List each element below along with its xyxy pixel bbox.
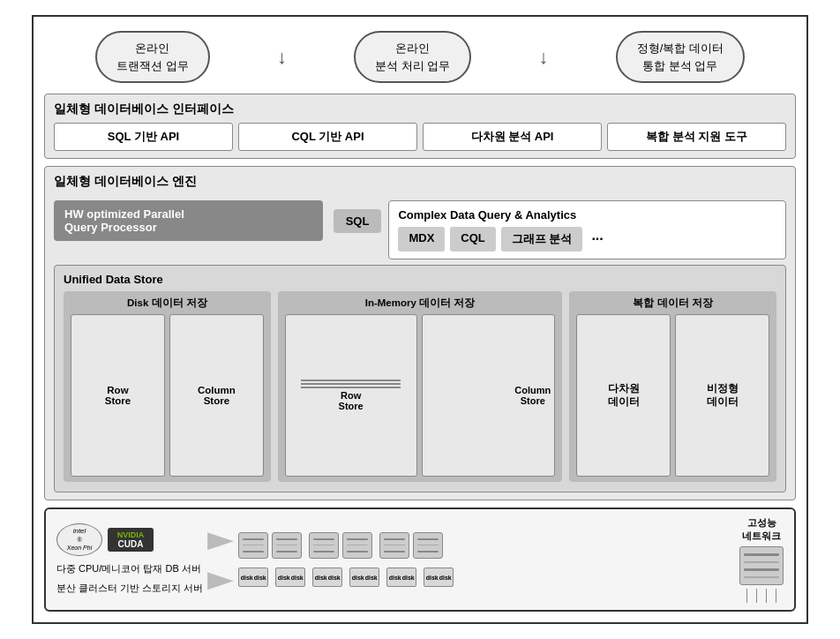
disk-unit-3: diskdisk bbox=[312, 568, 342, 587]
server-unit-2 bbox=[272, 532, 302, 559]
disk-label-1: disk bbox=[241, 575, 253, 581]
engine-top-row: HW optimized Parallel Query Processor SQ… bbox=[54, 200, 786, 259]
disk-label-12: disk bbox=[439, 575, 452, 581]
server-unit-1 bbox=[238, 532, 268, 559]
cql-item: CQL bbox=[450, 227, 495, 252]
inmemory-store-title: In-Memory 데이터 저장 bbox=[285, 297, 555, 310]
s-line bbox=[243, 538, 264, 540]
intel-text: intel®Xeon Phi bbox=[62, 527, 97, 553]
s-line2 bbox=[243, 551, 264, 553]
hardware-section: intel®Xeon Phi NVIDIA CUDA 다중 CPU/메니코어 탑… bbox=[44, 507, 796, 612]
s-line-thin bbox=[347, 545, 368, 545]
disk-label-2: disk bbox=[254, 575, 266, 581]
arrow-down-1: ↓ bbox=[277, 46, 287, 69]
engine-section: 일체형 데이터베이스 엔진 HW optimized Parallel Quer… bbox=[44, 166, 796, 500]
inmemory-store-section: In-Memory 데이터 저장 Row Store bbox=[278, 291, 562, 482]
s-line2 bbox=[347, 551, 368, 553]
disk-unit-1: diskdisk bbox=[238, 568, 268, 587]
api-cql: CQL 기반 API bbox=[238, 123, 417, 151]
bubble-complex: 정형/복합 데이터 통합 분석 업무 bbox=[616, 31, 745, 83]
network-server-icon bbox=[739, 546, 784, 585]
api-multidim: 다차원 분석 API bbox=[423, 123, 602, 151]
s-line-thin bbox=[243, 545, 264, 545]
s-line2 bbox=[313, 551, 334, 553]
complex-store-section: 복합 데이터 저장 다차원 데이터 비정형 데이터 bbox=[569, 291, 776, 482]
server-row-1 bbox=[238, 532, 727, 559]
api-row: SQL 기반 API CQL 기반 API 다차원 분석 API 복합 분석 지… bbox=[54, 123, 786, 151]
net-server-line-2 bbox=[744, 561, 779, 563]
disk-label-5: disk bbox=[315, 575, 327, 581]
s-line bbox=[347, 538, 368, 540]
bubble-olap: 온라인 분석 처리 업무 bbox=[354, 31, 471, 83]
s-line2 bbox=[384, 551, 405, 553]
main-diagram: 온라인 트랜잭션 업무 ↓ 온라인 분석 처리 업무 ↓ 정형/복합 데이터 통… bbox=[32, 15, 808, 624]
disk-store-title: Disk 데이터 저장 bbox=[71, 297, 264, 310]
net-server-line-1 bbox=[744, 553, 779, 556]
complex-query-box: Complex Data Query & Analytics MDX CQL 그… bbox=[388, 200, 786, 259]
storage-text: 분산 클러스터 기반 스토리지 서버 bbox=[56, 581, 203, 596]
arrow-right-1: ▶ bbox=[207, 526, 234, 553]
xeon-text: Xeon Phi bbox=[67, 545, 92, 551]
server-unit-5 bbox=[379, 532, 409, 559]
disk-store-items: Row Store Column Store bbox=[71, 314, 264, 477]
mem-line-2 bbox=[301, 383, 401, 385]
arrow-down-2: ↓ bbox=[538, 46, 548, 69]
cpu-server-text: 다중 CPU/메니코어 탑재 DB 서버 bbox=[56, 561, 203, 576]
net-server-line-4 bbox=[744, 576, 779, 578]
disk-unit-2: diskdisk bbox=[275, 568, 305, 587]
net-server-line-3 bbox=[744, 568, 779, 571]
interface-section: 일체형 데이터베이스 인터페이스 SQL 기반 API CQL 기반 API 다… bbox=[44, 94, 796, 159]
s-line2 bbox=[276, 551, 297, 553]
interface-title: 일체형 데이터베이스 인터페이스 bbox=[54, 101, 786, 117]
server-unit-3 bbox=[309, 532, 339, 559]
s-line-thin bbox=[384, 545, 405, 545]
server-group-3 bbox=[379, 532, 443, 559]
s-line bbox=[417, 538, 439, 540]
network-label: 고성능 네트워크 bbox=[742, 516, 781, 543]
complex-store-items: 다차원 데이터 비정형 데이터 bbox=[576, 314, 769, 477]
disk-store-section: Disk 데이터 저장 Row Store Column Store bbox=[64, 291, 271, 482]
complex-items: MDX CQL 그래프 분석 ··· bbox=[398, 227, 776, 252]
disk-label-7: disk bbox=[352, 575, 364, 581]
s-line bbox=[384, 538, 405, 540]
hw-servers: diskdisk diskdisk diskdisk diskdisk disk… bbox=[238, 532, 727, 587]
sql-box: SQL bbox=[334, 209, 382, 233]
network-lines-container bbox=[746, 589, 776, 603]
disk-unit-5: diskdisk bbox=[386, 568, 416, 587]
intel-logo: intel®Xeon Phi bbox=[56, 523, 102, 556]
row-store-mem: Row Store bbox=[285, 314, 417, 477]
col-store-mem-label: Column Store bbox=[514, 385, 551, 406]
row-store-mem-label: Row Store bbox=[339, 390, 364, 411]
hw-left: intel®Xeon Phi NVIDIA CUDA 다중 CPU/메니코어 탑… bbox=[56, 523, 203, 596]
disk-unit-6: diskdisk bbox=[424, 568, 454, 587]
server-row-2: diskdisk diskdisk diskdisk diskdisk disk… bbox=[238, 568, 727, 587]
s-line bbox=[313, 538, 334, 540]
ellipsis-item: ··· bbox=[588, 227, 606, 252]
column-store-disk: Column Store bbox=[169, 314, 264, 477]
network-section: 고성능 네트워크 bbox=[739, 516, 784, 603]
s-line-thin bbox=[276, 545, 297, 545]
disk-group-5: diskdisk bbox=[386, 568, 416, 587]
col-store-mem: Column Store bbox=[422, 314, 556, 477]
api-complex: 복합 분석 지원 도구 bbox=[607, 123, 786, 151]
engine-title: 일체형 데이터베이스 엔진 bbox=[54, 174, 786, 190]
server-group-1 bbox=[238, 532, 302, 559]
net-line-1 bbox=[746, 589, 747, 603]
disk-unit-4: diskdisk bbox=[349, 568, 379, 587]
s-line bbox=[276, 538, 297, 540]
s-line-thin bbox=[313, 545, 334, 545]
arrow-right-2: ▶ bbox=[207, 566, 234, 593]
nvidia-text: NVIDIA bbox=[113, 530, 148, 539]
cuda-text: CUDA bbox=[113, 539, 148, 549]
disk-group-4: diskdisk bbox=[349, 568, 379, 587]
store-sections: Disk 데이터 저장 Row Store Column Store In-Me… bbox=[64, 291, 776, 482]
server-unit-6 bbox=[413, 532, 443, 559]
unified-data-store: Unified Data Store Disk 데이터 저장 Row Store… bbox=[54, 265, 786, 492]
complex-title: Complex Data Query & Analytics bbox=[398, 208, 776, 222]
disk-label-4: disk bbox=[291, 575, 304, 581]
multidim-data: 다차원 데이터 bbox=[576, 314, 671, 477]
mdx-item: MDX bbox=[398, 227, 445, 252]
disk-label-10: disk bbox=[402, 575, 415, 581]
hw-logos: intel®Xeon Phi NVIDIA CUDA bbox=[56, 523, 203, 556]
server-group-2 bbox=[309, 532, 372, 559]
